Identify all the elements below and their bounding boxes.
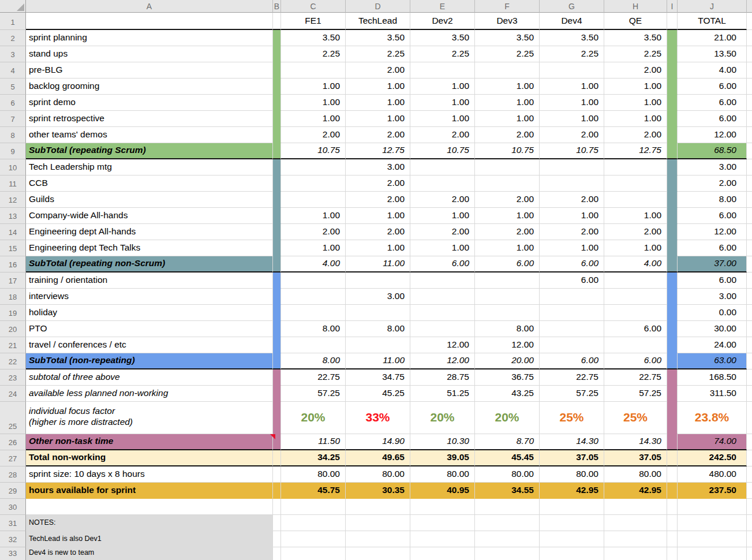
cell-G-21[interactable]	[540, 337, 604, 353]
cell-H-25[interactable]: 25%	[604, 402, 667, 434]
cell-F-31[interactable]	[475, 515, 540, 531]
cell-B-15[interactable]	[273, 240, 281, 256]
cell-A-10[interactable]: Tech Leadership mtg	[26, 159, 273, 176]
cell-D-1[interactable]: TechLead	[346, 13, 410, 30]
cell-E-1[interactable]: Dev2	[410, 13, 475, 30]
cell-F-25[interactable]: 20%	[475, 402, 540, 434]
cell-C-1[interactable]: FE1	[281, 13, 346, 30]
cell-B-31[interactable]	[273, 515, 281, 531]
cell-H-2[interactable]: 3.50	[604, 30, 667, 46]
cell-B-25[interactable]	[273, 402, 281, 434]
cell-C-3[interactable]: 2.25	[281, 46, 346, 62]
cell-H-24[interactable]: 57.25	[604, 386, 667, 402]
cell-extra-29[interactable]	[747, 483, 752, 499]
cell-C-11[interactable]	[281, 176, 346, 192]
cell-B-21[interactable]	[273, 337, 281, 353]
cell-extra-4[interactable]	[747, 62, 752, 79]
row-header-10[interactable]: 10	[0, 159, 26, 176]
cell-extra-30[interactable]	[747, 499, 752, 515]
cell-D-27[interactable]: 49.65	[346, 450, 410, 466]
cell-A-18[interactable]: interviews	[26, 289, 273, 305]
cell-B-27[interactable]	[273, 450, 281, 466]
cell-extra-23[interactable]	[747, 369, 752, 386]
cell-C-17[interactable]	[281, 272, 346, 289]
row-header-13[interactable]: 13	[0, 208, 26, 224]
cell-A-20[interactable]: PTO	[26, 321, 273, 337]
cell-A-27[interactable]: Total non-working	[26, 450, 273, 466]
cell-C-4[interactable]	[281, 62, 346, 79]
cell-G-16[interactable]: 6.00	[540, 256, 604, 272]
column-header-C[interactable]: C	[281, 0, 346, 13]
cell-B-32[interactable]	[273, 531, 281, 547]
column-header-E[interactable]: E	[410, 0, 475, 13]
cell-H-17[interactable]	[604, 272, 667, 289]
row-header-16[interactable]: 16	[0, 256, 26, 272]
cell-A-23[interactable]: subtotal of three above	[26, 369, 273, 386]
cell-J-3[interactable]: 13.50	[678, 46, 747, 62]
cell-G-8[interactable]: 2.00	[540, 127, 604, 143]
cell-I-2[interactable]	[667, 30, 678, 46]
cell-extra-24[interactable]	[747, 386, 752, 402]
cell-F-30[interactable]	[475, 499, 540, 515]
cell-D-12[interactable]: 2.00	[346, 192, 410, 208]
cell-G-13[interactable]: 1.00	[540, 208, 604, 224]
cell-I-17[interactable]	[667, 272, 678, 289]
cell-H-20[interactable]: 6.00	[604, 321, 667, 337]
cell-B-13[interactable]	[273, 208, 281, 224]
cell-D-32[interactable]	[346, 531, 410, 547]
row-header-23[interactable]: 23	[0, 369, 26, 386]
row-header-21[interactable]: 21	[0, 337, 26, 353]
cell-E-29[interactable]: 40.95	[410, 483, 475, 499]
cell-H-26[interactable]: 14.30	[604, 434, 667, 450]
cell-H-19[interactable]	[604, 305, 667, 321]
cell-E-4[interactable]	[410, 62, 475, 79]
column-header-B[interactable]: B	[273, 0, 281, 13]
cell-J-1[interactable]: TOTAL	[678, 13, 747, 30]
cell-A-1[interactable]	[26, 13, 273, 30]
cell-I-31[interactable]	[667, 515, 678, 531]
cell-G-12[interactable]: 2.00	[540, 192, 604, 208]
cell-A-22[interactable]: SubTotal (non-repeating)	[26, 353, 273, 369]
cell-H-16[interactable]: 4.00	[604, 256, 667, 272]
cell-I-25[interactable]	[667, 402, 678, 434]
cell-C-8[interactable]: 2.00	[281, 127, 346, 143]
cell-E-26[interactable]: 10.30	[410, 434, 475, 450]
row-header-17[interactable]: 17	[0, 272, 26, 289]
row-header-28[interactable]: 28	[0, 466, 26, 483]
cell-I-13[interactable]	[667, 208, 678, 224]
cell-extra-7[interactable]	[747, 111, 752, 127]
cell-A-16[interactable]: SubTotal (repeating non-Scrum)	[26, 256, 273, 272]
cell-A-28[interactable]: sprint size: 10 days x 8 hours	[26, 466, 273, 483]
cell-I-22[interactable]	[667, 353, 678, 369]
cell-D-17[interactable]	[346, 272, 410, 289]
cell-D-26[interactable]: 14.90	[346, 434, 410, 450]
row-header-5[interactable]: 5	[0, 79, 26, 95]
cell-extra-2[interactable]	[747, 30, 752, 46]
cell-H-9[interactable]: 12.75	[604, 143, 667, 159]
cell-A-25[interactable]: individual focus factor (higher is more …	[26, 402, 273, 434]
cell-E-21[interactable]: 12.00	[410, 337, 475, 353]
cell-G-10[interactable]	[540, 159, 604, 176]
cell-G-29[interactable]: 42.95	[540, 483, 604, 499]
cell-H-23[interactable]: 22.75	[604, 369, 667, 386]
cell-G-33[interactable]	[540, 547, 604, 560]
cell-E-22[interactable]: 12.00	[410, 353, 475, 369]
cell-A-3[interactable]: stand ups	[26, 46, 273, 62]
cell-extra-17[interactable]	[747, 272, 752, 289]
cell-H-3[interactable]: 2.25	[604, 46, 667, 62]
cell-H-18[interactable]	[604, 289, 667, 305]
cell-A-15[interactable]: Engineering dept Tech Talks	[26, 240, 273, 256]
cell-D-6[interactable]: 1.00	[346, 95, 410, 111]
cell-J-26[interactable]: 74.00	[678, 434, 747, 450]
cell-B-30[interactable]	[273, 499, 281, 515]
cell-F-5[interactable]: 1.00	[475, 79, 540, 95]
cell-B-1[interactable]	[273, 13, 281, 30]
cell-I-32[interactable]	[667, 531, 678, 547]
cell-F-13[interactable]: 1.00	[475, 208, 540, 224]
cell-I-19[interactable]	[667, 305, 678, 321]
cell-J-27[interactable]: 242.50	[678, 450, 747, 466]
cell-I-24[interactable]	[667, 386, 678, 402]
cell-I-9[interactable]	[667, 143, 678, 159]
cell-C-28[interactable]: 80.00	[281, 466, 346, 483]
cell-C-7[interactable]: 1.00	[281, 111, 346, 127]
